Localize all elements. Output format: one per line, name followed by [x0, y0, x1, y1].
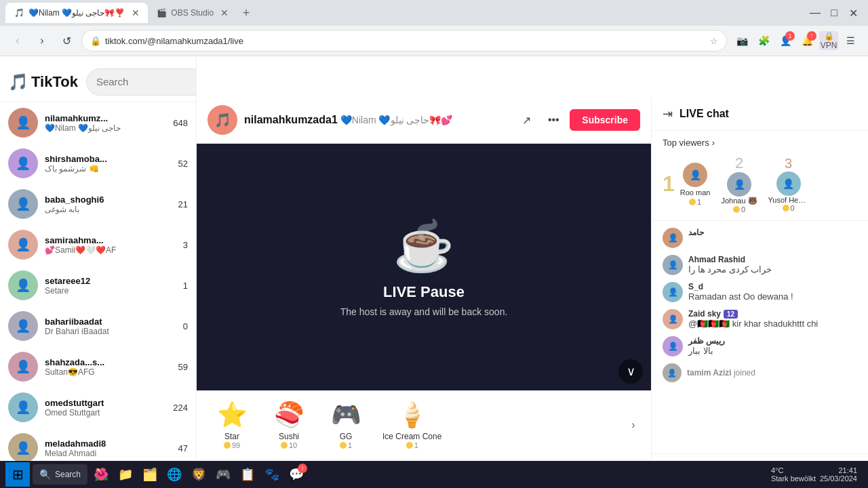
- chevron-right-icon: ›: [712, 138, 715, 148]
- sidebar-item[interactable]: 👤 shahzada...s... Sultan😎AFG 59: [0, 346, 196, 387]
- close-tab-button[interactable]: ✕: [132, 7, 140, 18]
- start-button[interactable]: ⊞: [5, 462, 30, 487]
- message-avatar: 👤: [663, 255, 683, 275]
- sidebar-subtext: Dr Bahari iBaadat: [45, 327, 176, 336]
- taskbar-icon-whatsapp[interactable]: 💬 !: [285, 464, 307, 485]
- back-button[interactable]: ‹: [8, 31, 27, 50]
- taskbar-icon-files[interactable]: 🗂️: [139, 464, 161, 485]
- whatsapp-badge: !: [298, 464, 307, 473]
- account-button[interactable]: 👤 1: [776, 31, 795, 50]
- gift-coins: 10: [281, 441, 297, 449]
- message-content: رییس ظفر بالا ببار: [688, 336, 857, 356]
- sidebar-count: 47: [178, 443, 188, 453]
- menu-button[interactable]: ☰: [841, 31, 860, 50]
- gifts-next-button[interactable]: ›: [624, 415, 643, 434]
- viewer-2-coins: 0: [733, 205, 745, 214]
- message-text: بالا ببار: [688, 346, 857, 356]
- extensions-button[interactable]: 🧩: [754, 31, 773, 50]
- sidebar-item[interactable]: 👤 setareee12 Setare 1: [0, 265, 196, 306]
- taskbar-icon-app1[interactable]: 📋: [237, 464, 258, 485]
- sidebar-info: baba_shoghi6 بابه شوغی: [45, 195, 172, 214]
- search-bar[interactable]: 🔍: [86, 68, 197, 96]
- chat-message: 👤 Ahmad Rashid خراب کردی محرد ها را: [663, 255, 857, 275]
- gift-name: Ice Cream Cone: [382, 432, 441, 441]
- active-tab[interactable]: 🎵 💙Nilam 💙حاجی نیلو🎀❣️ ✕: [5, 3, 148, 23]
- top-viewers-header[interactable]: Top viewers ›: [663, 138, 857, 148]
- close-window-button[interactable]: ✕: [844, 3, 863, 22]
- sidebar: 🎵 TikTok 🔍 👤 nilamahkumz... 💙Nilam 💙حاجی…: [0, 56, 197, 488]
- taskbar-icon-brave[interactable]: 🦁: [188, 464, 210, 485]
- lock-icon: 🔒: [90, 36, 101, 46]
- coin-icon: [733, 206, 740, 213]
- refresh-button[interactable]: ↺: [57, 31, 76, 50]
- sidebar-item[interactable]: 👤 bahariibaadat Dr Bahari iBaadat 0: [0, 306, 196, 346]
- message-username: Ahmad Rashid: [688, 255, 857, 264]
- gift-name: GG: [340, 432, 353, 441]
- sidebar-subtext: Sultan😎AFG: [45, 367, 172, 377]
- search-input[interactable]: [96, 76, 197, 87]
- minimize-button[interactable]: —: [806, 3, 825, 22]
- taskbar-icon-app2[interactable]: 🐾: [261, 464, 283, 485]
- chat-header: ⇥ LIVE chat: [652, 97, 868, 131]
- message-text: @🇦🇫🇦🇫🇦🇫 kir khar shadukhttt chi: [688, 319, 857, 329]
- coin-icon: [406, 442, 413, 449]
- forward-button[interactable]: ›: [33, 31, 52, 50]
- vpn-button[interactable]: 🔒 VPN: [819, 31, 838, 50]
- sidebar-item[interactable]: 👤 baba_shoghi6 بابه شوغی 21: [0, 184, 196, 224]
- app-body: 🎵 TikTok 🔍 👤 nilamahkumz... 💙Nilam 💙حاجی…: [0, 56, 868, 488]
- chat-message: 👤 Zaid sky12 @🇦🇫🇦🇫🇦🇫 kir khar shadukhttt…: [663, 309, 857, 329]
- taskbar-icon-cortana[interactable]: 🌺: [90, 464, 112, 485]
- bookmark-icon[interactable]: ☆: [710, 36, 718, 46]
- scroll-down-button[interactable]: ∨: [618, 359, 643, 384]
- sidebar-avatar: 👤: [8, 352, 38, 382]
- obs-tab[interactable]: 🎬 OBS Studio ✕: [148, 3, 237, 23]
- url-text: tiktok.com/@nilamahkumzada1/live: [105, 36, 703, 46]
- gift-item[interactable]: 🍣 Sushi 10: [262, 396, 316, 453]
- message-content: S_d Ramadan ast Oo dewana !: [688, 282, 857, 302]
- screen-capture-button[interactable]: 📷: [732, 31, 751, 50]
- share-button[interactable]: ↗: [515, 109, 537, 131]
- exit-live-button[interactable]: ⇥: [663, 106, 673, 121]
- sidebar-count: 224: [173, 403, 188, 413]
- subscribe-button[interactable]: Subscribe: [570, 109, 640, 131]
- sidebar-item[interactable]: 👤 shirshamoba... شرشمو باک 👊 52: [0, 143, 196, 184]
- sidebar-item[interactable]: 👤 samiraahma... 💕Samii❤️🤍❤️AF 3: [0, 224, 196, 265]
- browser-tabs: 🎵 💙Nilam 💙حاجی نیلو🎀❣️ ✕ 🎬 OBS Studio ✕ …: [0, 0, 868, 26]
- message-username: رییس ظفر: [688, 336, 857, 346]
- taskbar-icon-edge[interactable]: 🌐: [163, 464, 185, 485]
- close-obs-tab-button[interactable]: ✕: [220, 7, 229, 18]
- tiktok-logo[interactable]: 🎵 TikTok: [8, 73, 78, 92]
- browser-action-buttons: 📷 🧩 👤 1 🔔 ! 🔒 VPN ☰: [732, 31, 860, 50]
- message-username: حامد: [688, 228, 857, 237]
- address-bar[interactable]: 🔒 tiktok.com/@nilamahkumzada1/live ☆: [81, 30, 727, 52]
- sidebar-count: 52: [178, 159, 188, 169]
- gift-item[interactable]: 🎮 GG 1: [319, 396, 373, 453]
- rank-1-section: 1: [663, 171, 675, 197]
- alert-button[interactable]: 🔔 !: [797, 31, 816, 50]
- sidebar-item[interactable]: 👤 omedstuttgart Omed Stuttgart 224: [0, 387, 196, 428]
- more-options-button[interactable]: •••: [542, 109, 564, 131]
- gift-icon: 🎮: [331, 401, 361, 429]
- viewers-row: 1 👤 Roo man 1 2 👤: [663, 155, 857, 214]
- sidebar-item[interactable]: 👤 nilamahkumz... 💙Nilam 💙حاجی نیلو 648: [0, 102, 196, 143]
- new-tab-button[interactable]: +: [237, 3, 256, 22]
- gift-item[interactable]: ⭐ Star 99: [205, 396, 259, 453]
- gift-name: Star: [224, 432, 239, 441]
- obs-favicon: 🎬: [156, 7, 167, 18]
- gift-item[interactable]: 🍦 Ice Cream Cone 1: [376, 396, 448, 453]
- gift-icon: 🍦: [397, 401, 427, 429]
- taskbar-search-icon: 🔍: [39, 469, 51, 480]
- streamer-info: nilamahkumzada1 💙Nilam 💙حاجی نیلو🎀💕: [244, 114, 452, 126]
- chat-message: 👤 حامد: [663, 228, 857, 248]
- sidebar-info: shahzada...s... Sultan😎AFG: [45, 357, 172, 377]
- chat-messages: 👤 حامد 👤 Ahmad Rashid خراب کردی محرد ها …: [652, 221, 868, 453]
- viewer-2-avatar: 👤: [727, 172, 751, 197]
- taskbar-icon-xbox[interactable]: 🎮: [212, 464, 234, 485]
- taskbar-search-button[interactable]: 🔍 Search: [33, 464, 87, 485]
- sidebar-subtext: 💕Samii❤️🤍❤️AF: [45, 245, 176, 255]
- restore-button[interactable]: □: [825, 3, 844, 22]
- taskbar-search-bar[interactable]: 🔍 Search: [33, 464, 87, 485]
- taskbar-icon-explorer[interactable]: 📁: [115, 464, 136, 485]
- message-username: S_d: [688, 282, 857, 291]
- sidebar-subtext: Setare: [45, 286, 176, 296]
